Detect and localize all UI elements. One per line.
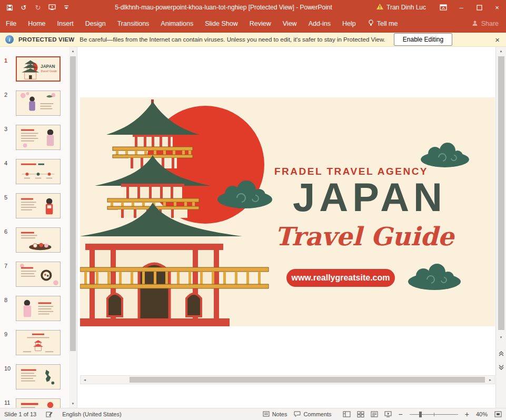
zoom-slider[interactable] [410,411,458,418]
comments-icon [294,411,301,418]
website-pill: www.reallygreatsite.com [286,269,395,287]
info-icon: i [5,35,14,44]
start-slideshow-icon[interactable] [48,3,56,12]
slide-sorter-view-icon[interactable] [357,411,364,417]
ribbon-tab-transitions[interactable]: Transitions [112,15,155,33]
slide-thumbnail-4[interactable] [16,159,61,184]
protected-view-bar: i PROTECTED VIEW Be careful—files from t… [0,33,506,47]
scroll-down-icon[interactable]: ▼ [496,333,506,342]
slide-title: JAPAN [275,176,464,218]
notes-button[interactable]: Notes [263,411,287,418]
status-bar: Slide 1 of 13 English (United States) No… [0,408,506,420]
title-bar: ↺ ↻ 5-dlkhnh-mau-powerpoint-khoa-luan-to… [0,0,506,15]
slide-thumbnail-panel: 1 JAPAN Travel Guide2 3 4 5 6 [0,47,69,408]
ribbon-tab-home[interactable]: Home [22,15,51,33]
slide-thumbnail-1[interactable]: JAPAN Travel Guide [16,56,61,82]
slide-number-1: 1 [4,57,7,64]
slide-thumbnail-11[interactable] [16,398,61,408]
scroll-down-icon[interactable]: ▼ [69,399,77,408]
zoom-slider-handle[interactable] [419,412,422,417]
maximize-button[interactable] [470,0,488,15]
ribbon-tab-review[interactable]: Review [244,15,277,33]
slide-thumbnail-7[interactable] [16,262,61,287]
protected-view-label: PROTECTED VIEW [18,36,74,43]
ribbon-tab-design[interactable]: Design [80,15,112,33]
scroll-up-icon[interactable]: ▲ [496,47,506,55]
lightbulb-icon [368,19,374,28]
slideshow-view-icon[interactable] [384,411,392,417]
save-icon[interactable] [5,3,14,12]
slide-thumbnail-9[interactable] [16,330,61,355]
horizontal-scrollbar-thumb[interactable] [130,377,485,383]
thumbnail-scrollbar[interactable]: ▲ ▼ [69,47,77,408]
normal-view-icon[interactable] [343,411,351,417]
slide-number-11: 11 [4,399,10,406]
slide-subtitle: Travel Guide [270,222,459,251]
previous-slide-button[interactable] [496,348,506,359]
slide-number-7: 7 [4,263,7,269]
proofing-icon[interactable] [46,411,53,417]
protected-view-message: Be careful—files from the Internet can c… [80,36,385,43]
undo-icon[interactable]: ↺ [19,3,28,12]
account-info[interactable]: Tran Dinh Luc [376,4,426,11]
close-button[interactable]: × [488,0,506,15]
slide-thumbnail-6[interactable] [16,227,61,253]
tell-me-box[interactable]: Tell me [368,19,398,28]
customize-qat-icon[interactable] [62,3,71,12]
scroll-right-icon[interactable]: ► [486,376,494,384]
slide-thumbnail-3[interactable] [16,125,61,150]
vertical-scrollbar-thumb[interactable] [498,56,504,330]
quick-access-toolbar: ↺ ↻ [0,3,71,12]
user-name: Tran Dinh Luc [386,4,426,11]
slide-indicator[interactable]: Slide 1 of 13 [4,411,36,417]
zoom-percentage[interactable]: 40% [476,411,488,417]
svg-text:JAPAN: JAPAN [41,64,55,69]
scroll-up-icon[interactable]: ▲ [69,47,77,55]
ribbon-tab-help[interactable]: Help [336,15,362,33]
ribbon-tab-insert[interactable]: Insert [52,15,80,33]
ribbon-tab-view[interactable]: View [277,15,303,33]
ribbon-tab-bar: FileHomeInsertDesignTransitionsAnimation… [0,15,506,33]
close-message-bar-icon[interactable]: × [495,36,500,44]
vertical-scrollbar[interactable]: ▲ ▼ [495,47,506,408]
ribbon-tab-file[interactable]: File [0,15,22,33]
zoom-in-button[interactable]: + [465,411,469,418]
slide-thumbnail-10[interactable] [16,364,61,389]
slide-thumbnail-5[interactable] [16,193,61,218]
share-button[interactable]: Share [472,20,499,28]
powerpoint-window: ↺ ↻ 5-dlkhnh-mau-powerpoint-khoa-luan-to… [0,0,506,420]
fit-to-window-icon[interactable] [494,411,502,417]
horizontal-scrollbar[interactable]: ◄ ► [80,375,495,384]
person-icon [472,20,478,28]
minimize-button[interactable]: – [452,0,470,15]
slide-number-5: 5 [4,194,7,201]
slide-number-10: 10 [4,365,11,372]
scroll-left-icon[interactable]: ◄ [81,376,89,384]
enable-editing-button[interactable]: Enable Editing [394,33,452,46]
next-slide-button[interactable] [496,362,506,373]
content-area: 1 JAPAN Travel Guide2 3 4 5 6 [0,47,506,408]
slide-number-9: 9 [4,331,7,337]
zoom-out-button[interactable]: − [399,411,403,418]
reading-view-icon[interactable] [371,411,378,417]
slide-number-8: 8 [4,297,7,303]
svg-text:Travel Guide: Travel Guide [41,69,57,73]
window-controls: – × [434,0,506,15]
ribbon-tabs: FileHomeInsertDesignTransitionsAnimation… [0,15,362,33]
ribbon-tab-slide-show[interactable]: Slide Show [199,15,244,33]
ribbon-display-options-icon[interactable] [434,0,452,15]
slide-thumbnail-2[interactable] [16,91,61,116]
thumbnail-scrollbar-thumb[interactable] [70,56,76,351]
ribbon-tab-add-ins[interactable]: Add-ins [303,15,336,33]
slide-number-3: 3 [4,126,7,132]
document-title: 5-dlkhnh-mau-powerpoint-khoa-luan-tot-ng… [71,4,376,11]
ribbon-tab-animations[interactable]: Animations [155,15,199,33]
slide-thumbnail-8[interactable] [16,296,61,321]
warning-icon [376,4,383,11]
redo-icon[interactable]: ↻ [34,3,42,12]
slide-number-4: 4 [4,160,7,166]
slide-canvas[interactable]: FRADEL TRAVEL AGENCY JAPAN Travel Guide … [80,97,495,326]
language-indicator[interactable]: English (United States) [62,411,122,417]
notes-icon [263,411,270,418]
comments-button[interactable]: Comments [294,411,331,418]
